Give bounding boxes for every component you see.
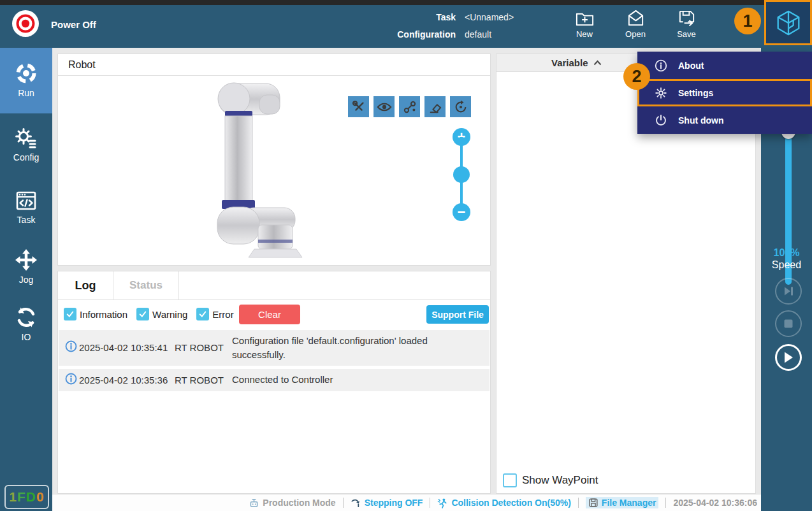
- trajectory-icon: [403, 100, 417, 114]
- collision-detection-indicator[interactable]: Collision Detection On(50%): [437, 498, 570, 508]
- eye-icon: [377, 100, 392, 114]
- stop-icon: [783, 319, 794, 329]
- menu-item-about-label: About: [678, 61, 704, 71]
- open-button-label: Open: [614, 29, 656, 39]
- robot-3d-view[interactable]: [179, 80, 345, 264]
- robot-panel: Robot: [57, 54, 491, 266]
- zoom-out-button[interactable]: −: [453, 203, 470, 221]
- main-menu-button[interactable]: [764, 0, 812, 45]
- variable-panel-title: Variable: [551, 57, 588, 68]
- sidebar-item-jog[interactable]: Jog: [0, 248, 52, 285]
- statusbar-divider: [430, 498, 430, 508]
- file-manager-button[interactable]: File Manager: [586, 497, 659, 508]
- reset-view-icon: [454, 100, 468, 114]
- eraser-icon: [428, 100, 442, 114]
- zoom-slider-knob[interactable]: [453, 166, 470, 183]
- trajectory-button[interactable]: [399, 96, 420, 117]
- tools-icon: [352, 100, 366, 114]
- statusbar: Production Mode Stepping OFF Collision D…: [52, 494, 761, 511]
- show-waypoint-label: Show WayPoint: [522, 474, 598, 487]
- production-mode-indicator[interactable]: Production Mode: [249, 498, 335, 508]
- new-button-label: New: [563, 29, 605, 39]
- configuration-value: default: [465, 29, 491, 40]
- statusbar-clock: 2025-04-02 10:36:06: [673, 498, 757, 508]
- status-code-char: 0: [36, 489, 45, 505]
- sidebar-item-io-label: IO: [0, 332, 52, 342]
- file-manager-icon: [588, 498, 598, 508]
- open-button[interactable]: Open: [614, 8, 656, 39]
- stepping-icon: [351, 498, 361, 508]
- task-label: Task: [354, 12, 456, 22]
- play-icon: [783, 351, 794, 364]
- sidebar-item-config[interactable]: Config: [0, 126, 52, 162]
- config-gear-icon: [15, 126, 38, 149]
- log-entry[interactable]: 2025-04-02 10:35:36 RT ROBOT Connected t…: [59, 369, 489, 391]
- annotation-step-2-badge: 2: [623, 63, 650, 90]
- stepping-indicator[interactable]: Stepping OFF: [351, 498, 423, 508]
- save-disk-icon: [677, 8, 697, 28]
- information-checkbox[interactable]: [64, 308, 76, 320]
- log-entry-time: 2025-04-02 10:35:36: [79, 375, 175, 385]
- tools-button[interactable]: [348, 96, 369, 117]
- new-button[interactable]: New: [563, 8, 605, 39]
- log-entry-time: 2025-04-02 10:35:41: [79, 342, 175, 353]
- menu-item-about[interactable]: About: [637, 52, 812, 79]
- error-checkbox[interactable]: [196, 308, 209, 320]
- status-code-char: F: [17, 489, 26, 505]
- open-envelope-icon: [626, 8, 646, 28]
- tab-status[interactable]: Status: [113, 271, 179, 299]
- support-file-button[interactable]: Support File: [426, 305, 489, 324]
- sidebar-item-config-label: Config: [0, 152, 52, 162]
- new-folder-icon: [575, 8, 595, 28]
- log-entry[interactable]: 2025-04-02 10:35:41 RT ROBOT Configurati…: [59, 330, 489, 366]
- main-menu-dropdown: About Settings Shut down: [637, 52, 812, 134]
- save-button[interactable]: Save: [665, 8, 707, 39]
- menu-item-settings[interactable]: Settings: [637, 79, 812, 106]
- statusbar-divider: [665, 498, 666, 508]
- io-swap-icon: [15, 306, 38, 329]
- sidebar-item-io[interactable]: IO: [0, 306, 52, 342]
- shutdown-power-icon: [654, 113, 668, 127]
- annotation-step-1-badge: 1: [734, 8, 761, 34]
- show-waypoint-row: Show WayPoint: [503, 473, 598, 487]
- warning-filter-label: Warning: [152, 309, 187, 320]
- brand-cube-icon: [774, 8, 803, 38]
- statusbar-timestamp: 2025-04-02 10:36:06: [673, 498, 757, 508]
- tab-log[interactable]: Log: [58, 271, 113, 299]
- settings-gear-icon: [654, 86, 668, 100]
- power-button[interactable]: [12, 10, 39, 37]
- warning-checkbox[interactable]: [136, 308, 149, 320]
- production-mode-label: Production Mode: [263, 498, 335, 508]
- run-icon: [15, 62, 38, 85]
- power-status-icon: [15, 13, 36, 34]
- stop-button[interactable]: [775, 310, 802, 337]
- check-icon: [138, 310, 147, 319]
- visibility-button[interactable]: [373, 96, 395, 117]
- power-status-label: Power Off: [51, 19, 96, 30]
- sidebar-item-task-label: Task: [0, 215, 52, 225]
- reset-view-button[interactable]: [450, 96, 471, 117]
- menu-item-settings-label: Settings: [678, 88, 713, 98]
- log-entry-message: Connected to Controller: [232, 373, 483, 387]
- sidebar-item-run[interactable]: Run: [0, 48, 52, 113]
- production-mode-icon: [249, 498, 259, 508]
- file-manager-label: File Manager: [602, 498, 656, 508]
- eraser-button[interactable]: [424, 96, 446, 117]
- step-button[interactable]: [775, 278, 802, 305]
- speed-value: 100%: [761, 247, 812, 259]
- check-icon: [198, 310, 207, 319]
- sidebar-item-task[interactable]: Task: [0, 190, 52, 225]
- statusbar-divider: [578, 498, 579, 508]
- clear-log-button[interactable]: Clear: [239, 305, 300, 324]
- log-tab-bar: Log Status: [58, 271, 490, 300]
- configuration-label: Configuration: [354, 29, 456, 40]
- collapse-caret-icon: [593, 60, 602, 66]
- show-waypoint-checkbox[interactable]: [503, 473, 517, 487]
- play-button[interactable]: [775, 344, 802, 371]
- step-icon: [782, 285, 795, 298]
- status-code-char: 1: [9, 489, 17, 505]
- log-entry-source: RT ROBOT: [175, 375, 232, 385]
- menu-item-shutdown-label: Shut down: [678, 115, 724, 126]
- log-entry-message: Configuration file 'default.configuratio…: [232, 334, 483, 362]
- menu-item-shutdown[interactable]: Shut down: [637, 106, 812, 134]
